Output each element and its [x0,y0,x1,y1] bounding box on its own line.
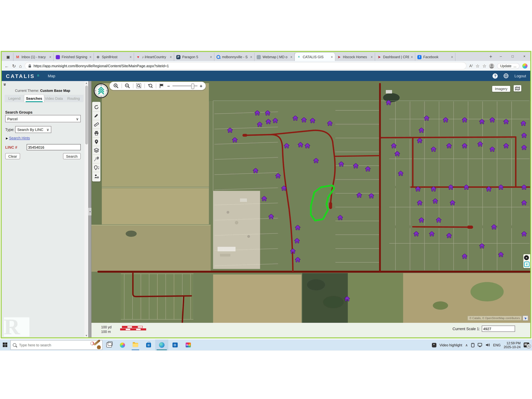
tab-video-data[interactable]: Video Data [44,95,64,102]
edit-pencil-icon[interactable] [93,112,100,120]
tray-chevron-icon[interactable]: ∧ [465,343,468,347]
logout-button[interactable]: Logout [514,74,526,78]
zoom-slider-thumb[interactable] [191,83,195,89]
taskbar-search-input[interactable] [19,343,100,348]
help-icon[interactable]: ? [493,73,498,79]
network-icon[interactable] [478,343,482,347]
linc-input[interactable] [27,144,81,150]
taskbar-search[interactable] [10,340,102,350]
notification-icon[interactable]: 21 [524,343,529,348]
tab-close-icon[interactable]: × [130,55,132,59]
search-hints-link[interactable]: Search Hints [9,136,30,140]
browser-tab[interactable]: ⊕SpinllHost× [94,53,134,61]
compass-control[interactable] [94,83,109,98]
profile-avatar[interactable] [489,63,494,69]
e-tool-icon[interactable]: e [524,262,530,267]
favorite-icon[interactable]: ☆ [476,63,480,69]
tab-close-icon[interactable]: × [89,55,91,59]
close-widget-icon[interactable]: × [524,255,529,260]
layers-icon[interactable] [93,146,100,155]
tab-close-icon[interactable]: × [331,55,333,59]
clear-button[interactable]: Clear [5,153,20,159]
browser-tab[interactable]: mdbonnyville - S× [215,53,255,61]
browser-tab[interactable]: ➤Dashboard | CRE× [375,53,415,61]
reload-icon[interactable]: ↻ [12,63,16,69]
tab-searches[interactable]: Searches [24,95,44,102]
scroll-up-icon[interactable]: ▲ [84,81,89,85]
measure-ruler-icon[interactable] [93,120,100,129]
location-pin-icon[interactable] [93,138,100,146]
edge-icon[interactable] [155,339,168,350]
basemap-button[interactable] [514,85,521,91]
zoom-slider[interactable] [172,86,197,86]
update-button[interactable]: Update ... [497,63,519,69]
close-button[interactable]: × [519,52,530,60]
new-tab-button[interactable]: + [487,54,495,59]
phone-link-icon[interactable] [471,343,474,347]
browser-tab[interactable]: Webmap | MD o× [255,53,295,61]
refresh-icon[interactable] [93,103,100,112]
browser-tab[interactable]: PParagon 5× [174,53,215,61]
favorites-list-icon[interactable]: ☆ [482,63,486,69]
browser-tab[interactable]: ▣ [3,53,13,61]
collapse-panel-icon[interactable]: » [2,83,8,86]
tab-close-icon[interactable]: × [290,55,292,59]
maximize-button[interactable]: □ [507,52,519,60]
type-select[interactable]: Search By LINC ∨ [15,126,51,133]
locate-refresh-icon[interactable] [93,164,100,172]
current-scale-input[interactable] [482,326,515,332]
tab-close-icon[interactable]: × [210,55,212,59]
browser-tab[interactable]: ➤Hiscock Homes× [335,53,375,61]
outlook-icon[interactable]: O [168,339,182,350]
slider-minus[interactable]: − [167,83,170,89]
zoom-out-icon[interactable] [124,83,131,89]
map-canvas[interactable]: − + Imagery [91,81,530,323]
tab-close-icon[interactable]: × [49,55,51,59]
tab-close-icon[interactable]: × [170,55,172,59]
browser-tab[interactable]: ♥♪ iHeartCountry× [134,53,174,61]
more-icon[interactable]: ... [513,64,516,68]
pan-arrow-icon[interactable]: ➤ [523,316,528,321]
browser-tab[interactable]: «CATALIS GIS× [295,53,335,61]
splitter-handle[interactable]: ◂ [89,208,92,215]
browser-tab[interactable]: fFacebook× [415,53,456,61]
sidebar-scrollbar[interactable]: ▲ ▼ [84,81,89,337]
browser-tab[interactable]: MInbox (1) - tracy× [13,53,54,61]
zoom-in-icon[interactable] [113,83,119,89]
volume-icon[interactable] [485,343,490,347]
expander-arrow-icon[interactable]: ▶ [6,137,8,140]
language-globe-icon[interactable] [503,73,509,79]
read-aloud-icon[interactable]: A⁾ [469,63,473,68]
tab-legend[interactable]: Legend [5,95,24,102]
copilot-taskbar-icon[interactable] [116,339,129,350]
menu-map[interactable]: Map [48,74,55,78]
user-settings-icon[interactable] [93,172,100,181]
home-icon[interactable]: ⌂ [19,63,22,69]
scroll-down-icon[interactable]: ▼ [84,334,89,337]
search-group-select[interactable]: Parcel ∨ [5,115,81,122]
panel-splitter[interactable]: ◂ [89,81,92,337]
previous-extent-icon[interactable] [147,83,153,89]
route-icon[interactable] [93,155,100,164]
video-highlight-icon[interactable] [432,343,437,347]
ms-store-icon[interactable]: ⊞ [142,339,155,350]
copilot-icon[interactable] [522,63,528,69]
tab-routing[interactable]: Routing [64,95,83,102]
tab-close-icon[interactable]: × [451,55,453,59]
slider-plus[interactable]: + [200,83,202,89]
clock[interactable]: 12:59 PM 2025-10-24 [504,341,521,349]
language-indicator[interactable]: ENG [493,343,500,347]
address-bar[interactable]: https://app.munisight.com/BonnyvilleRegi… [25,62,466,69]
print-icon[interactable] [93,129,100,138]
scrollbar-thumb[interactable] [85,86,88,145]
file-explorer-icon[interactable] [129,339,142,350]
browser-tab[interactable]: Finished Signing× [54,53,94,61]
back-icon[interactable]: ← [5,63,9,69]
tab-close-icon[interactable]: × [250,55,252,59]
imagery-button[interactable]: Imagery [492,86,510,92]
tab-close-icon[interactable]: × [371,55,373,59]
pan-flag-icon[interactable] [159,83,165,89]
zoom-box-icon[interactable] [136,83,142,89]
start-button[interactable] [0,339,10,350]
task-view-icon[interactable] [102,339,116,350]
